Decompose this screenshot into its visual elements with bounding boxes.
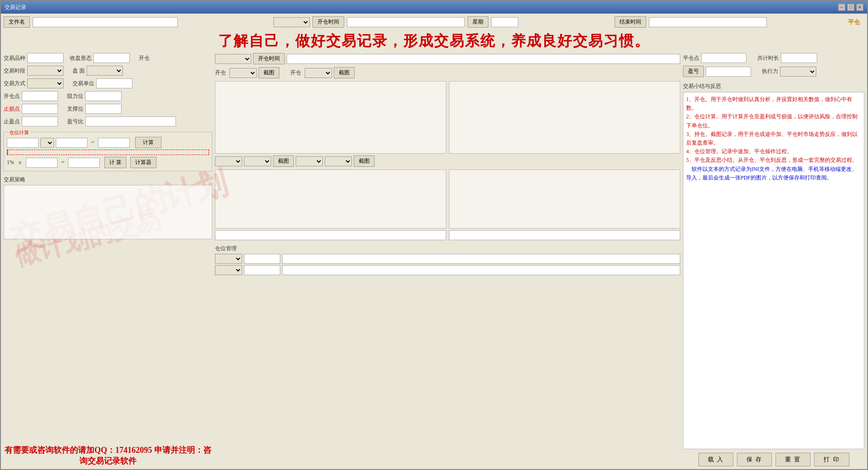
calc-result2[interactable] (68, 158, 100, 168)
mgmt-select1[interactable] (215, 254, 242, 264)
qq-notice: 有需要或咨询软件的请加QQ：174162095 申请并注明：咨询交易记录软件 (4, 445, 212, 466)
open-select1[interactable] (229, 68, 257, 78)
open-time-select[interactable] (273, 17, 310, 27)
strategy-textarea[interactable] (4, 185, 212, 239)
close-point-input[interactable] (701, 53, 746, 63)
resistance-input[interactable] (85, 91, 122, 101)
mgmt-select2[interactable] (215, 265, 242, 275)
mgmt-input1[interactable] (244, 254, 280, 264)
position-mgmt-label: 仓位管理 (215, 245, 237, 252)
closing-state-input[interactable] (93, 53, 130, 63)
row-trading-type: 交易品种 收盘形态 开仓 (4, 53, 212, 63)
weekday-input[interactable] (491, 17, 518, 27)
resistance-label: 阻力位 (67, 92, 83, 100)
position-mgmt-row1 (215, 254, 680, 264)
execution-select[interactable] (780, 67, 816, 77)
stop-loss-label: 止损点 (4, 105, 20, 113)
file-name-btn[interactable]: 文件名 (4, 16, 30, 28)
open-select2[interactable] (305, 68, 332, 78)
image-row2 (215, 170, 680, 228)
mid-second-row: 截图 截图 (215, 155, 680, 167)
mid-input1[interactable] (215, 230, 446, 240)
row-trading-method: 交易方式 交易单位 (4, 78, 212, 88)
equals-label: = (91, 139, 94, 146)
calc-result1[interactable] (98, 138, 130, 148)
mid-select1[interactable] (215, 54, 251, 64)
mid-select3[interactable] (244, 156, 271, 166)
open-time-btn[interactable]: 开仓时间 (312, 16, 344, 28)
open-time-input[interactable] (347, 17, 465, 27)
support-input[interactable] (85, 104, 122, 114)
summary-label: 交易小结与反思 (683, 83, 721, 89)
profit-loss-btn[interactable]: 盈亏 (683, 66, 704, 77)
left-panel: 交易品种 收盘形态 开仓 交易时段 盘 面 交易方式 交易单 (4, 53, 212, 466)
print-btn[interactable]: 打 印 (814, 453, 849, 466)
load-btn[interactable]: 载 入 (698, 453, 733, 466)
open-point-input[interactable] (22, 91, 58, 101)
row-trading-period: 交易时段 盘 面 (4, 66, 212, 76)
save-btn[interactable]: 保 存 (737, 453, 772, 466)
chart-btn1[interactable]: 截图 (258, 67, 279, 78)
total-time-input[interactable] (781, 53, 817, 63)
mid-time-input[interactable] (287, 54, 680, 64)
open-time-btn2[interactable]: 开仓时间 (253, 53, 285, 64)
stop-profit-input[interactable] (22, 116, 58, 126)
mid-select2[interactable] (215, 156, 242, 166)
image-area3 (215, 170, 446, 228)
mgmt-input3[interactable] (244, 265, 280, 275)
calc-input2[interactable] (56, 138, 88, 148)
calc-btn3[interactable]: 计算器 (130, 157, 156, 168)
slogan-text: 了解自己，做好交易记录，形成交易系统，养成良好交易习惯。 (4, 29, 864, 53)
progress-bar (7, 150, 8, 155)
end-time-btn[interactable]: 结束时间 (614, 16, 646, 28)
x-label: x (19, 159, 21, 166)
note-6: 软件以文本的方式记录为INI文件，方便在电脑、手机等移动端更改、导入，最后会生成… (686, 165, 861, 182)
mgmt-input2[interactable] (282, 254, 680, 264)
position-calc-title: 仓位计算 (8, 129, 30, 136)
pjcang-label: 平仓 (848, 19, 860, 25)
percent-label: 1% (7, 159, 14, 166)
row-stop-profit: 止盈点 盈亏比 (4, 116, 212, 126)
minimize-btn[interactable]: ─ (838, 4, 845, 11)
trading-type-input[interactable] (27, 53, 63, 63)
trading-method-select[interactable] (27, 78, 63, 88)
mid-select4[interactable] (296, 156, 323, 166)
position-mgmt-section: 仓位管理 (215, 245, 680, 276)
trading-type-label: 交易品种 (4, 54, 25, 62)
stop-loss-input[interactable] (22, 104, 58, 114)
calc-select1[interactable] (40, 138, 54, 148)
close-btn[interactable]: ✕ (856, 4, 863, 11)
profit-loss-row: 盈亏 执行力 (683, 66, 864, 77)
trading-unit-label: 交易单位 (73, 80, 94, 87)
top-row: 文件名 开仓时间 星期 结束时间 平仓 (4, 16, 864, 28)
mgmt-input4[interactable] (282, 265, 680, 275)
board-select[interactable] (87, 66, 123, 76)
profit-ratio-label: 盈亏比 (67, 118, 83, 126)
row-open-point: 开仓点 阻力位 (4, 91, 212, 101)
profit-ratio-input[interactable] (85, 116, 176, 126)
chart-btn2[interactable]: 截图 (334, 67, 355, 78)
row-stop-loss: 止损点 支撑位 (4, 104, 212, 114)
trading-unit-input[interactable] (96, 78, 132, 88)
calc-input1[interactable] (7, 138, 39, 148)
reset-btn[interactable]: 重 置 (775, 453, 810, 466)
support-label: 支撑位 (67, 105, 83, 113)
open-point-label: 开仓点 (4, 92, 20, 100)
image-area2 (449, 81, 680, 154)
main-content: 文件名 开仓时间 星期 结束时间 平仓 了解自己，做好交易记录，形成交易系统，养… (1, 14, 867, 469)
maximize-btn[interactable]: □ (847, 4, 854, 11)
calc-input3[interactable] (26, 158, 58, 168)
weekday-btn[interactable]: 星期 (468, 16, 488, 28)
mid-select5[interactable] (325, 156, 352, 166)
file-name-input[interactable] (33, 17, 178, 27)
chart-btn3[interactable]: 截图 (273, 155, 294, 167)
calc-btn1[interactable]: 计算 (135, 137, 161, 148)
calc-btn2[interactable]: 计 算 (104, 157, 127, 168)
mid-input2[interactable] (449, 230, 680, 240)
end-time-input[interactable] (649, 17, 767, 27)
total-time-label: 共计时长 (757, 54, 779, 62)
chart-btn4[interactable]: 截图 (354, 155, 375, 167)
strategy-section: 交易策略 交易自己的计划 做计划的交易 有需要或咨询软件的请加QQ：174162… (4, 176, 212, 466)
profit-loss-input[interactable] (706, 67, 751, 77)
trading-period-select[interactable] (27, 66, 63, 76)
